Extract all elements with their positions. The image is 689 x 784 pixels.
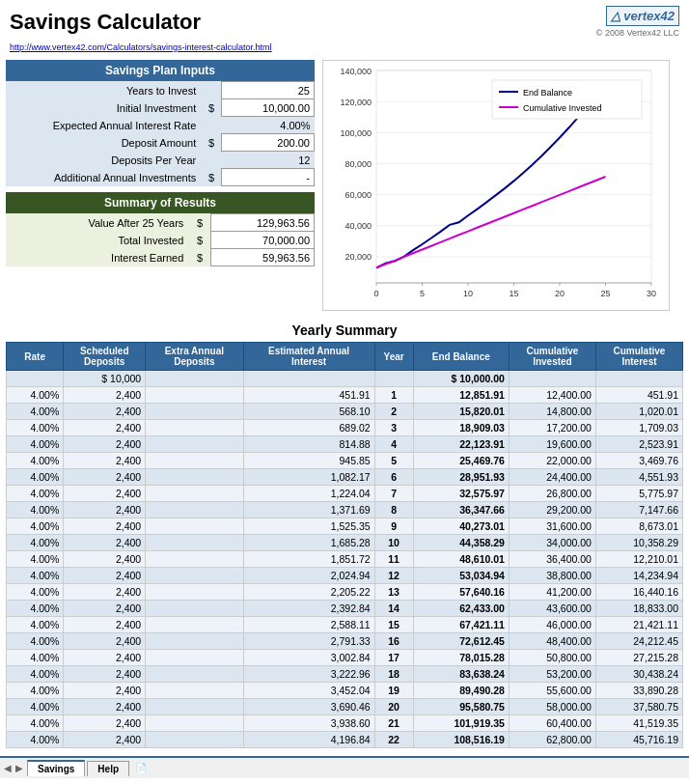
table-row: 4.00%2,4003,002.841778,015.2850,800.0027… <box>7 650 683 666</box>
row-cell-10-6: 36,400.00 <box>509 551 595 568</box>
row-cell-14-1: 2,400 <box>64 617 146 633</box>
deposits-per-year-currency <box>202 152 221 169</box>
value-after-currency: $ <box>189 214 210 232</box>
inputs-table: Years to Invest 25 Initial Investment $ … <box>6 81 315 186</box>
row-cell-1-6: 14,800.00 <box>509 404 595 420</box>
bottom-tab-bar: ◀ ▶ Savings Help 📄 <box>0 756 689 778</box>
row-cell-12-0: 4.00% <box>7 584 64 601</box>
table-row: 4.00%2,4001,371.69836,347.6629,200.007,1… <box>7 502 683 518</box>
row-cell-17-1: 2,400 <box>64 666 146 683</box>
interest-earned-label: Interest Earned <box>6 249 189 266</box>
row-cell-2-3: 689.02 <box>243 420 374 436</box>
row-cell-21-6: 62,800.00 <box>509 732 595 748</box>
row-cell-2-2 <box>146 420 243 436</box>
table-row: 4.00%2,4002,791.331672,612.4548,400.0024… <box>7 633 683 650</box>
row-cell-19-1: 2,400 <box>64 699 146 715</box>
tab-right-arrow[interactable]: ▶ <box>15 763 23 773</box>
row-cell-21-5: 108,516.19 <box>413 732 509 748</box>
row-cell-16-0: 4.00% <box>7 650 64 666</box>
app-title: Savings Calculator <box>10 10 201 35</box>
deposits-per-year-value[interactable]: 12 <box>221 152 314 169</box>
tab-savings[interactable]: Savings <box>27 760 85 776</box>
col-cum-invested: CumulativeInvested <box>509 343 595 371</box>
row-cell-20-4: 21 <box>374 715 413 732</box>
input-row-additional: Additional Annual Investments $ - <box>6 169 315 186</box>
row-cell-0-3: 451.91 <box>243 387 374 404</box>
row-cell-16-2 <box>146 650 243 666</box>
website-link[interactable]: http://www.vertex42.com/Calculators/savi… <box>10 42 272 52</box>
row-cell-20-3: 3,938.60 <box>243 715 374 732</box>
row-cell-14-2 <box>146 617 243 633</box>
row-cell-7-1: 2,400 <box>64 502 146 518</box>
row-cell-11-0: 4.00% <box>7 568 64 584</box>
initial-cell-3 <box>243 371 374 387</box>
row-cell-15-7: 24,212.45 <box>595 633 682 650</box>
deposits-per-year-label: Deposits Per Year <box>6 152 202 169</box>
row-cell-6-7: 5,775.97 <box>595 486 682 502</box>
row-cell-18-7: 33,890.28 <box>595 683 682 699</box>
deposit-value[interactable]: 200.00 <box>221 134 314 152</box>
row-cell-5-1: 2,400 <box>64 469 146 486</box>
row-cell-6-6: 26,800.00 <box>509 486 595 502</box>
initial-value[interactable]: 10,000.00 <box>221 99 314 117</box>
row-cell-12-3: 2,205.22 <box>243 584 374 601</box>
interest-earned-value: 59,963.56 <box>210 249 314 266</box>
summary-row-value: Value After 25 Years $ 129,963.56 <box>6 214 315 232</box>
table-row: 4.00%2,4002,024.941253,034.9438,800.0014… <box>7 568 683 584</box>
svg-text:25: 25 <box>600 289 610 298</box>
total-invested-currency: $ <box>189 232 210 249</box>
row-cell-7-6: 29,200.00 <box>509 502 595 518</box>
row-cell-18-6: 55,600.00 <box>509 683 595 699</box>
row-cell-19-3: 3,690.46 <box>243 699 374 715</box>
row-cell-20-0: 4.00% <box>7 715 64 732</box>
vertex-logo: △ vertex42 <box>606 6 679 26</box>
input-row-deposits-per-year: Deposits Per Year 12 <box>6 152 315 169</box>
table-row: 4.00%2,4001,685.281044,358.2934,000.0010… <box>7 535 683 551</box>
tab-left-arrow[interactable]: ◀ <box>4 763 12 773</box>
row-cell-2-0: 4.00% <box>7 420 64 436</box>
table-row: 4.00%2,4002,588.111567,421.1146,000.0021… <box>7 617 683 633</box>
table-row: 4.00%2,4002,392.841462,433.0043,600.0018… <box>7 601 683 617</box>
years-value[interactable]: 25 <box>221 82 314 99</box>
header: Savings Calculator △ vertex42 © 2008 Ver… <box>0 0 689 40</box>
row-cell-11-1: 2,400 <box>64 568 146 584</box>
row-cell-0-1: 2,400 <box>64 387 146 404</box>
rate-value[interactable]: 4.00% <box>221 117 314 134</box>
row-cell-12-6: 41,200.00 <box>509 584 595 601</box>
row-cell-8-0: 4.00% <box>7 518 64 535</box>
row-cell-15-0: 4.00% <box>7 633 64 650</box>
row-cell-17-5: 83,638.24 <box>413 666 509 683</box>
tab-help[interactable]: Help <box>87 761 129 776</box>
row-cell-17-6: 53,200.00 <box>509 666 595 683</box>
row-cell-9-5: 44,358.29 <box>413 535 509 551</box>
svg-rect-31 <box>492 80 642 119</box>
row-cell-16-7: 27,215.28 <box>595 650 682 666</box>
row-cell-20-2 <box>146 715 243 732</box>
additional-value[interactable]: - <box>221 169 314 186</box>
row-cell-7-2 <box>146 502 243 518</box>
row-cell-21-1: 2,400 <box>64 732 146 748</box>
yearly-section: Yearly Summary Rate ScheduledDeposits Ex… <box>0 319 689 752</box>
row-cell-7-0: 4.00% <box>7 502 64 518</box>
row-cell-16-1: 2,400 <box>64 650 146 666</box>
row-cell-19-7: 37,580.75 <box>595 699 682 715</box>
row-cell-17-0: 4.00% <box>7 666 64 683</box>
table-row: 4.00%2,400568.10215,820.0114,800.001,020… <box>7 404 683 420</box>
years-currency <box>202 82 221 99</box>
row-cell-11-3: 2,024.94 <box>243 568 374 584</box>
row-cell-21-3: 4,196.84 <box>243 732 374 748</box>
table-row: 4.00%2,400451.91112,851.9112,400.00451.9… <box>7 387 683 404</box>
svg-text:Cumulative Invested: Cumulative Invested <box>523 103 602 113</box>
row-cell-6-3: 1,224.04 <box>243 486 374 502</box>
row-cell-16-3: 3,002.84 <box>243 650 374 666</box>
svg-text:0: 0 <box>373 289 378 298</box>
row-cell-20-1: 2,400 <box>64 715 146 732</box>
row-cell-13-4: 14 <box>374 601 413 617</box>
row-cell-10-5: 48,610.01 <box>413 551 509 568</box>
initial-cell-7 <box>595 371 682 387</box>
row-cell-1-3: 568.10 <box>243 404 374 420</box>
row-cell-14-7: 21,421.11 <box>595 617 682 633</box>
row-cell-6-5: 32,575.97 <box>413 486 509 502</box>
row-cell-10-7: 12,210.01 <box>595 551 682 568</box>
col-end-balance: End Balance <box>413 343 509 371</box>
